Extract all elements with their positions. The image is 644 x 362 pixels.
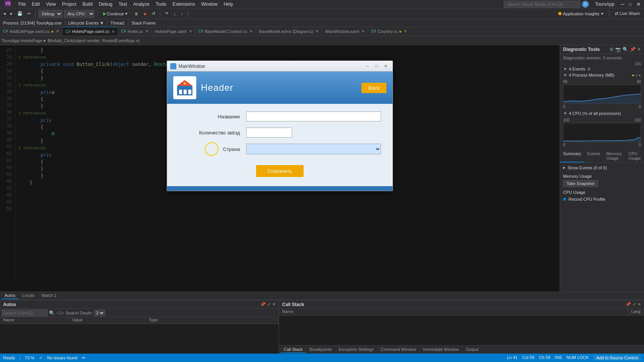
menu-analyze[interactable]: Analyze xyxy=(130,1,153,8)
step-over-btn[interactable]: ↷ xyxy=(163,10,170,17)
form-select-country[interactable] xyxy=(246,144,381,154)
tab-close-basemodel-edmx[interactable]: ✕ xyxy=(315,29,319,33)
tab-hotelspage-xaml[interactable]: HotelsPage.xaml ✕ xyxy=(152,27,196,36)
record-cpu-label: Record CPU Profile xyxy=(568,197,605,201)
menu-window[interactable]: Window xyxy=(198,1,221,8)
right-tab-breakpoints[interactable]: Breakpoints xyxy=(307,346,335,353)
search-depth-select[interactable]: 3 xyxy=(94,310,105,316)
close-btn[interactable]: ✕ xyxy=(635,1,642,7)
undo-btn[interactable]: ↩ xyxy=(25,10,33,17)
tab-basemodel-edmx[interactable]: BaseModel.edmx [Diagram1] ✕ xyxy=(256,27,322,36)
tab-addeditpage[interactable]: C# AddEditPage.xaml.cs ● ✕ xyxy=(0,27,62,36)
autos-pin-btn[interactable]: 📌 xyxy=(260,302,266,307)
autos-maximize-btn[interactable]: ⤢ xyxy=(267,302,271,307)
right-tab-immediate[interactable]: Immediate Window xyxy=(420,346,462,353)
add-to-source-btn[interactable]: Add to Source Control xyxy=(593,355,641,360)
menu-view[interactable]: View xyxy=(43,1,59,8)
tab-country[interactable]: C# Country.cs ● ✕ xyxy=(368,27,410,36)
menu-test[interactable]: Test xyxy=(115,1,130,8)
app-insights-btn[interactable]: ⬟ Application Insights ▼ xyxy=(555,10,607,17)
mem-yellow-btn[interactable]: ● xyxy=(632,73,634,77)
right-tab-command[interactable]: Command Window xyxy=(378,346,419,353)
search-next-btn[interactable]: ▷ xyxy=(61,310,64,315)
menu-debug[interactable]: Debug xyxy=(96,1,115,8)
tab-close-basemodel-context[interactable]: ✕ xyxy=(250,29,253,33)
tab-close-hotelsxaml[interactable]: ✕ xyxy=(189,29,192,33)
forward-btn[interactable]: ▸ xyxy=(8,10,15,17)
tab-mainwindow[interactable]: MainWindow.xaml ✕ xyxy=(322,27,368,36)
call-stack-maximize-btn[interactable]: ⤢ xyxy=(632,302,636,307)
menu-project[interactable]: Project xyxy=(59,1,79,8)
stop-btn[interactable]: ■ xyxy=(142,10,148,17)
menu-build[interactable]: Build xyxy=(79,1,96,8)
menu-help[interactable]: Help xyxy=(220,1,236,8)
tab-hotelspage[interactable]: C# HotelsPage.xaml.cs ✕ xyxy=(62,27,118,36)
right-tab-exceptions[interactable]: Exception Settings xyxy=(336,346,377,353)
code-editor[interactable]: 27 28 29 30 31 32 33 34 35 36 37 38 39 4… xyxy=(0,45,560,292)
continue-btn[interactable]: ▶ Continue ▼ xyxy=(100,10,131,17)
modal-close-btn[interactable]: ✕ xyxy=(382,63,389,69)
menu-extensions[interactable]: Extensions xyxy=(169,1,198,8)
minimize-btn[interactable]: ─ xyxy=(619,1,626,7)
diag-tab-summary[interactable]: Summary xyxy=(560,150,584,162)
diag-events-header[interactable]: ▼ 4 Events ⏸ xyxy=(560,66,644,72)
debug-tab-autos[interactable]: Autos xyxy=(2,292,18,299)
autos-close-btn[interactable]: ✕ xyxy=(272,302,276,307)
diag-memory-header[interactable]: ▼ 4 Process Memory (MB) ● ● ● xyxy=(560,72,644,78)
method-breadcrumb: BtnAdd_Click(object sender, RoutedEventA… xyxy=(48,38,140,43)
autos-table-body xyxy=(0,324,279,354)
mem-red-btn[interactable]: ● xyxy=(638,73,641,77)
diag-tab-memory[interactable]: Memory Usage xyxy=(603,150,626,162)
step-into-btn[interactable]: ↓ xyxy=(172,10,178,17)
cpu-select[interactable]: Any CPU xyxy=(64,10,95,18)
events-pause-btn[interactable]: ⏸ xyxy=(587,67,591,71)
save-all-btn[interactable]: 💾 xyxy=(15,10,25,17)
tab-hotel[interactable]: C# Hotel.cs ✕ xyxy=(118,27,152,36)
diag-settings-btn[interactable]: ⚙ xyxy=(610,47,614,52)
pause-btn[interactable]: ⏸ xyxy=(132,10,140,17)
diag-zoom-in-btn[interactable]: 🔍 xyxy=(623,47,628,52)
right-tab-callstack[interactable]: Call Stack xyxy=(281,346,306,353)
svg-marker-8 xyxy=(564,94,641,103)
mem-blue-btn[interactable]: ● xyxy=(635,73,638,77)
tab-basemodel-context[interactable]: C# BaseModel.Context.cs ✕ xyxy=(196,27,256,36)
tab-close-hotel[interactable]: ✕ xyxy=(145,29,148,33)
debug-mode-select[interactable]: Debug xyxy=(38,10,62,18)
diag-pin-btn[interactable]: 📌 xyxy=(630,47,636,52)
modal-back-btn[interactable]: Back xyxy=(361,83,386,93)
form-input-name[interactable] xyxy=(246,111,381,121)
tab-close-country[interactable]: ✕ xyxy=(404,29,407,33)
tab-close-addeditpage[interactable]: ✕ xyxy=(56,29,59,33)
take-snapshot-btn[interactable]: Take Snapshot xyxy=(563,180,598,187)
menu-file[interactable]: File xyxy=(15,1,29,8)
maximize-btn[interactable]: □ xyxy=(628,2,633,7)
th-value: Value xyxy=(69,317,146,324)
restart-btn[interactable]: ↺ xyxy=(150,10,157,17)
tab-close-hotelspage[interactable]: ✕ xyxy=(112,29,115,34)
menu-tools[interactable]: Tools xyxy=(153,1,169,8)
call-stack-close-btn[interactable]: ✕ xyxy=(637,302,641,307)
debug-tab-locals[interactable]: Locals xyxy=(19,292,38,299)
diag-cpu-header[interactable]: ▼ 4 CPU (% of all processors) xyxy=(560,110,644,116)
search-prev-btn[interactable]: ◁ xyxy=(56,310,59,315)
back-btn[interactable]: ◂ xyxy=(2,10,8,17)
right-tab-output[interactable]: Output xyxy=(463,346,481,353)
modal-minimize-btn[interactable]: ─ xyxy=(363,63,371,69)
tab-close-mainwindow[interactable]: ✕ xyxy=(361,29,365,33)
autos-panel: Autos 📌 ⤢ ✕ 🔍 ◁ ▷ Search Depth: 3 Name xyxy=(0,300,279,354)
live-share-btn[interactable]: ⇄ Live Share xyxy=(612,10,642,17)
diag-snapshot-btn[interactable]: 📷 xyxy=(615,47,621,52)
modal-maximize-btn[interactable]: □ xyxy=(373,63,380,69)
diag-tab-cpu[interactable]: CPU Usage xyxy=(625,150,644,162)
step-out-btn[interactable]: ↑ xyxy=(179,10,185,17)
user-avatar[interactable]: U xyxy=(582,1,589,8)
debug-tab-watch[interactable]: Watch 1 xyxy=(38,292,60,299)
menu-edit[interactable]: Edit xyxy=(29,1,43,8)
diag-close-btn[interactable]: ✕ xyxy=(637,47,641,52)
autos-search-input[interactable] xyxy=(2,310,48,316)
search-vs-input[interactable] xyxy=(504,1,580,8)
call-stack-pin-btn[interactable]: 📌 xyxy=(626,302,631,307)
diag-tab-events[interactable]: Events xyxy=(584,150,603,162)
form-input-stars[interactable] xyxy=(246,128,292,138)
save-btn[interactable]: Сохранить xyxy=(256,165,304,177)
